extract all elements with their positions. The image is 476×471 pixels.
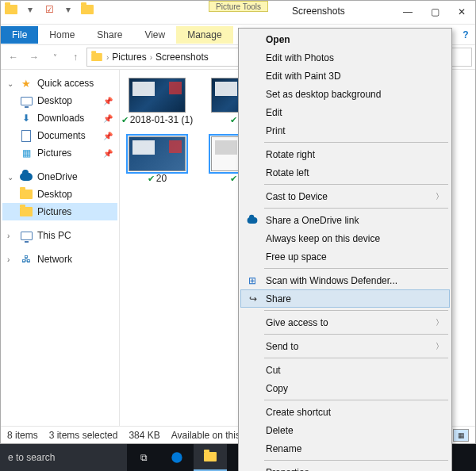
folder-icon (20, 188, 33, 201)
menu-edit-paint3d[interactable]: Edit with Paint 3D (240, 67, 450, 85)
quick-access-toolbar: ▾ ☑ ▾ (1, 1, 98, 18)
contextual-tab[interactable]: Picture Tools (209, 1, 268, 12)
taskbar-explorer[interactable] (194, 444, 227, 471)
menu-set-background[interactable]: Set as desktop background (240, 85, 450, 103)
navigation-pane[interactable]: ⌄ ★ Quick access Desktop 📌 ⬇ Downloads 📌… (1, 70, 120, 426)
chevron-right-icon[interactable]: › (106, 53, 109, 62)
share-icon: ↪ (246, 292, 260, 306)
thumbnail-caption: ✔2018-01-31 (1) (121, 114, 193, 125)
folder-icon (20, 205, 33, 218)
up-button[interactable]: ↑ (66, 48, 85, 67)
sync-icon: ✔ (121, 115, 129, 125)
pin-icon: 📌 (103, 97, 117, 105)
expand-icon[interactable]: ⌄ (7, 79, 15, 88)
window-controls: — ▢ ✕ (394, 1, 475, 23)
pin-icon: 📌 (103, 132, 117, 140)
star-icon: ★ (20, 77, 33, 90)
help-icon[interactable]: ? (456, 29, 475, 40)
menu-open[interactable]: Open (240, 30, 450, 48)
tree-quick-access[interactable]: ⌄ ★ Quick access (2, 75, 117, 92)
tree-documents[interactable]: Documents 📌 (2, 127, 117, 144)
tree-onedrive[interactable]: ⌄ OneDrive (2, 168, 117, 186)
tab-share[interactable]: Share (86, 26, 133, 44)
breadcrumb-item[interactable]: Pictures (112, 52, 146, 63)
file-thumbnail[interactable]: ✔20 (126, 136, 188, 184)
taskbar-search[interactable]: e to search (0, 444, 127, 471)
chevron-right-icon: 〉 (436, 191, 443, 202)
tab-view[interactable]: View (133, 26, 176, 44)
expand-icon[interactable]: › (7, 232, 15, 240)
folder-icon (91, 53, 102, 61)
shield-icon: ⊞ (245, 274, 259, 288)
menu-scan-defender[interactable]: ⊞Scan with Windows Defender... (240, 271, 450, 289)
tree-label: Desktop (37, 189, 72, 200)
folder-icon (2, 1, 20, 18)
tree-pictures[interactable]: ▦ Pictures 📌 (2, 144, 117, 162)
file-name: 20 (156, 173, 167, 184)
tree-label: This PC (37, 230, 71, 241)
menu-properties[interactable]: Properties (240, 463, 450, 471)
tree-od-desktop[interactable]: Desktop (2, 186, 117, 203)
qat-dropdown-icon[interactable]: ▾ (21, 1, 39, 18)
desktop-icon (20, 94, 33, 107)
taskbar-edge[interactable] (160, 444, 194, 471)
minimize-button[interactable]: — (394, 1, 421, 23)
forward-button[interactable]: → (25, 48, 44, 67)
chevron-right-icon: 〉 (436, 317, 443, 328)
menu-edit[interactable]: Edit (240, 103, 450, 121)
tab-file[interactable]: File (1, 26, 38, 44)
onedrive-icon (20, 170, 33, 183)
tree-od-pictures[interactable]: Pictures (2, 203, 117, 220)
recent-dropdown-icon[interactable]: ˅ (45, 48, 64, 67)
file-thumbnail[interactable]: ✔2018-01-31 (1) (126, 78, 188, 125)
menu-free-up-space[interactable]: Free up space (240, 247, 450, 266)
tree-label: Desktop (37, 95, 72, 106)
maximize-button[interactable]: ▢ (421, 1, 448, 23)
onedrive-icon (245, 213, 259, 228)
tree-label: Documents (37, 130, 86, 141)
expand-icon[interactable]: › (7, 255, 15, 264)
menu-give-access-to[interactable]: Give access to〉 (240, 313, 450, 331)
back-button[interactable]: ← (4, 48, 23, 67)
menu-copy[interactable]: Copy (240, 379, 450, 397)
tab-home[interactable]: Home (38, 26, 86, 44)
status-size: 384 KB (129, 430, 159, 441)
tree-network[interactable]: › 🖧 Network (2, 251, 117, 268)
menu-print[interactable]: Print (240, 121, 450, 140)
menu-always-keep[interactable]: Always keep on this device (240, 229, 450, 247)
menu-delete[interactable]: Delete (240, 421, 450, 439)
tree-desktop[interactable]: Desktop 📌 (2, 92, 117, 109)
breadcrumb-item[interactable]: Screenshots (155, 52, 209, 63)
sync-icon: ✔ (148, 174, 155, 184)
edge-icon (171, 451, 183, 464)
thumbnails-view-button[interactable]: ▦ (453, 429, 469, 442)
tree-downloads[interactable]: ⬇ Downloads 📌 (2, 109, 117, 127)
title-bar: ▾ ☑ ▾ Picture Tools Screenshots — ▢ ✕ (1, 1, 475, 25)
menu-rotate-right[interactable]: Rotate right (240, 145, 450, 163)
checkbox-icon[interactable]: ☑ (40, 1, 58, 18)
menu-edit-photos[interactable]: Edit with Photos (240, 48, 450, 67)
tree-thispc[interactable]: › This PC (2, 227, 117, 244)
status-item-count: 8 items (7, 430, 38, 441)
menu-create-shortcut[interactable]: Create shortcut (240, 403, 450, 421)
menu-cast-to-device[interactable]: Cast to Device〉 (240, 187, 450, 205)
menu-cut[interactable]: Cut (240, 361, 450, 379)
tree-label: Quick access (37, 78, 94, 89)
menu-share-onedrive-link[interactable]: Share a OneDrive link (240, 211, 450, 229)
expand-icon[interactable]: ⌄ (7, 173, 15, 182)
menu-rename[interactable]: Rename (240, 439, 450, 458)
menu-rotate-left[interactable]: Rotate left (240, 163, 450, 182)
close-button[interactable]: ✕ (448, 1, 475, 23)
sync-icon: ✔ (230, 174, 237, 184)
menu-send-to[interactable]: Send to〉 (240, 337, 450, 355)
folder-icon (204, 452, 217, 461)
task-view-button[interactable]: ⧉ (127, 444, 160, 471)
tab-manage[interactable]: Manage (176, 26, 232, 44)
tree-label: Pictures (37, 206, 71, 217)
chevron-right-icon[interactable]: › (150, 53, 152, 62)
menu-share[interactable]: ↪Share (240, 289, 450, 308)
downloads-icon: ⬇ (20, 112, 33, 124)
window-title: Screenshots (292, 1, 345, 17)
qat-customize-icon[interactable]: ▾ (60, 1, 77, 18)
thumbnail-image (129, 78, 186, 113)
